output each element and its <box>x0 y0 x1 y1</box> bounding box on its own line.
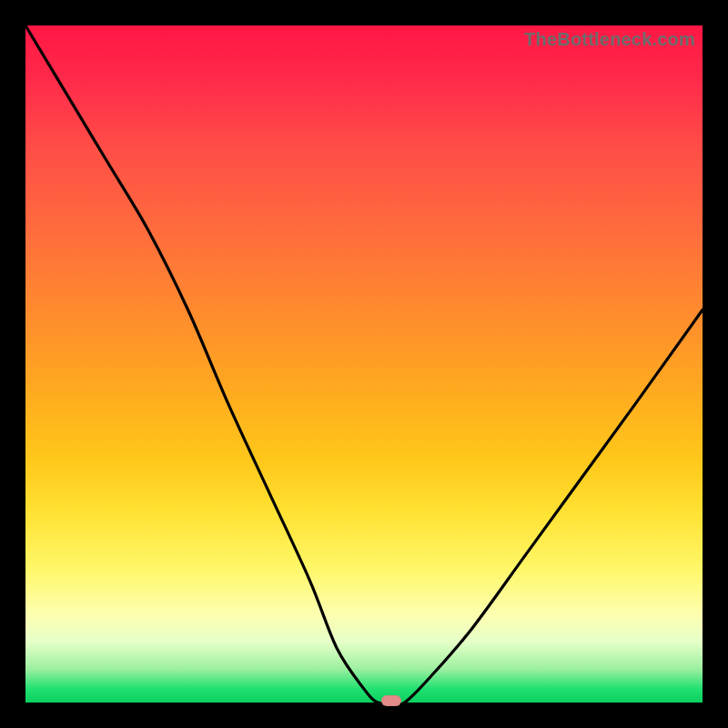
chart-frame: TheBottleneck.com <box>0 0 728 728</box>
plot-area: TheBottleneck.com <box>25 25 703 703</box>
bottleneck-curve <box>25 25 703 703</box>
min-marker <box>381 695 401 706</box>
